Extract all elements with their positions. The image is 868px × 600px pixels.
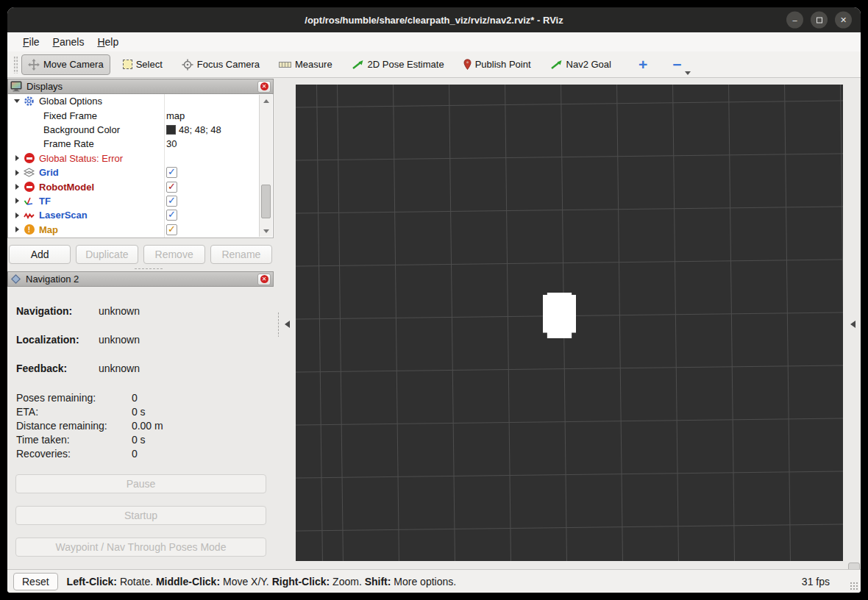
collapse-right-panel-icon[interactable] [850,321,855,328]
maximize-icon [817,17,822,23]
nav2-panel-title: Navigation 2 [26,274,79,285]
tool-measure[interactable]: Measure [272,54,339,74]
duplicate-button[interactable]: Duplicate [76,245,138,264]
tool-nav2-goal[interactable]: Nav2 Goal [544,54,618,74]
robotmodel-checkbox[interactable]: ✓ [166,182,177,193]
row-frame-rate[interactable]: Frame Rate 30 [8,137,273,151]
expander-right-icon[interactable] [13,213,21,218]
add-tool-button[interactable]: + [634,56,652,74]
grid-checkbox[interactable]: ✓ [166,167,177,178]
warning-icon: ! [23,224,35,235]
title-bar[interactable]: /opt/ros/humble/share/clearpath_viz/rviz… [7,7,861,32]
row-grid[interactable]: Grid ✓ [8,165,273,179]
splitter-dots [277,312,280,337]
displays-panel-header[interactable]: Displays ✕ [7,79,274,94]
expander-right-icon[interactable] [13,155,21,161]
row-label: Global Options [39,96,102,107]
row-label: Map [39,224,58,235]
hint-text: More options. [391,576,456,588]
laserscan-icon [23,211,35,220]
scroll-down-icon[interactable] [260,225,273,237]
nav2-close-button[interactable]: ✕ [257,274,271,285]
background-color-value[interactable]: 48; 48; 48 [166,124,221,135]
tool-label: Publish Point [475,59,531,70]
maximize-button[interactable] [811,12,828,29]
row-label: Background Color [43,124,120,135]
scrollbar-thumb[interactable] [261,185,271,218]
stat-value: 0 [132,448,138,460]
stat-label: ETA: [16,406,129,418]
row-label: RobotModel [39,182,94,193]
remove-tool-label: − [672,56,681,73]
poses-remaining-row: Poses remaining: 0 [16,392,138,404]
tool-label: 2D Pose Estimate [368,59,444,70]
row-fixed-frame[interactable]: Fixed Frame map [8,108,273,122]
menu-panels[interactable]: Panels [46,35,91,49]
row-global-status[interactable]: Global Status: Error [8,151,273,165]
error-icon [23,182,35,192]
tool-2d-pose-estimate[interactable]: 2D Pose Estimate [345,54,451,74]
collapse-left-panel-icon[interactable] [285,321,290,328]
row-label: Grid [39,167,59,178]
panel-splitter-handle[interactable] [134,268,163,270]
toolbar-drag-handle[interactable] [13,56,18,74]
row-robotmodel[interactable]: RobotModel ✓ [8,179,273,193]
displays-panel-title: Displays [26,81,63,92]
check-icon: ✓ [168,224,176,234]
minimize-button[interactable]: – [786,12,803,29]
close-icon: ✕ [260,82,268,90]
add-button[interactable]: Add [9,245,71,264]
fixed-frame-value[interactable]: map [166,110,185,121]
expander-down-icon[interactable] [13,99,21,103]
row-tf[interactable]: TF ✓ [8,194,273,208]
remove-button[interactable]: Remove [143,245,205,264]
left-panel: Displays ✕ Global Options Fixed Frame ma… [7,78,296,569]
row-map[interactable]: ! Map ✓ [8,223,273,237]
pose-estimate-arrow-icon [352,60,364,70]
viewport-area [296,78,861,569]
row-background-color[interactable]: Background Color 48; 48; 48 [8,123,273,137]
nav2-goal-arrow-icon [550,60,563,70]
tool-move-camera[interactable]: Move Camera [21,54,110,75]
window-controls: – ✕ [786,12,852,29]
localization-value: unknown [99,334,140,346]
frame-rate-value[interactable]: 30 [166,138,177,149]
tool-label: Select [136,59,163,70]
row-global-options[interactable]: Global Options [8,94,273,108]
reset-button[interactable]: Reset [13,573,58,590]
tf-checkbox[interactable]: ✓ [166,196,177,207]
menu-file[interactable]: File [16,35,46,49]
toolbar: Move Camera Select Focus Camera Measure … [7,51,861,78]
expander-right-icon[interactable] [13,198,21,204]
map-checkbox[interactable]: ✓ [166,224,177,235]
expander-right-icon[interactable] [13,170,21,176]
close-button[interactable]: ✕ [835,12,852,29]
tool-publish-point[interactable]: Publish Point [457,54,538,74]
stat-label: Distance remaining: [16,420,129,432]
expander-right-icon[interactable] [13,226,21,232]
check-icon: ✓ [168,210,176,219]
tree-scrollbar[interactable] [259,95,272,237]
close-icon: ✕ [260,275,268,283]
laserscan-checkbox[interactable]: ✓ [166,210,177,221]
main-area: Displays ✕ Global Options Fixed Frame ma… [7,78,861,569]
nav2-panel-header[interactable]: Navigation 2 ✕ [7,271,274,287]
startup-button[interactable]: Startup [15,506,266,525]
rename-button[interactable]: Rename [210,245,272,264]
navigation-label: Navigation: [16,305,96,317]
stat-value: 0 s [132,434,146,446]
remove-tool-button[interactable]: − [668,56,686,74]
tool-focus-camera[interactable]: Focus Camera [175,54,266,75]
hint-text: Zoom. [330,576,364,588]
resize-grip[interactable] [850,582,858,590]
waypoint-mode-button[interactable]: Waypoint / Nav Through Poses Mode [15,538,266,557]
tool-select[interactable]: Select [116,54,169,74]
displays-tree[interactable]: Global Options Fixed Frame map Backgroun… [7,94,274,238]
3d-viewport[interactable] [296,85,843,561]
displays-close-button[interactable]: ✕ [257,81,271,93]
expander-right-icon[interactable] [13,184,21,190]
scroll-up-icon[interactable] [260,95,273,107]
row-laserscan[interactable]: LaserScan ✓ [8,208,273,222]
menu-help[interactable]: Help [90,35,125,49]
pause-button[interactable]: Pause [15,474,266,493]
